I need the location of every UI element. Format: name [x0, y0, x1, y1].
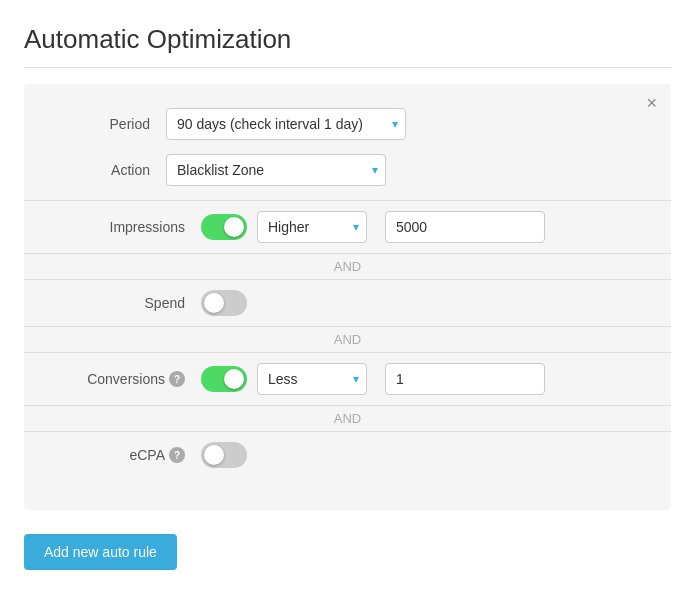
close-button[interactable]: × — [646, 94, 657, 112]
impressions-controls: Higher Less Equal — [257, 211, 545, 243]
impressions-value-input[interactable] — [385, 211, 545, 243]
ecpa-help-icon[interactable]: ? — [169, 447, 185, 463]
conversions-help-icon[interactable]: ? — [169, 371, 185, 387]
spend-row: Spend — [56, 280, 639, 326]
conversions-row: Conversions ? Less Higher Equal — [56, 353, 639, 405]
period-select-wrapper: 90 days (check interval 1 day) 30 days (… — [166, 108, 406, 140]
page-title: Automatic Optimization — [24, 24, 671, 68]
conversions-toggle-slider — [201, 366, 247, 392]
ecpa-label: eCPA ? — [56, 447, 201, 463]
impressions-condition-select[interactable]: Higher Less Equal — [257, 211, 367, 243]
conversions-controls: Less Higher Equal — [257, 363, 545, 395]
add-auto-rule-button[interactable]: Add new auto rule — [24, 534, 177, 570]
impressions-condition-wrapper: Higher Less Equal — [257, 211, 367, 243]
and-row-1: AND — [24, 253, 671, 280]
impressions-toggle-slider — [201, 214, 247, 240]
ecpa-toggle-slider — [201, 442, 247, 468]
conversions-condition-wrapper: Less Higher Equal — [257, 363, 367, 395]
period-row: Period 90 days (check interval 1 day) 30… — [56, 108, 639, 140]
action-select-wrapper: Blacklist Zone Whitelist Zone Pause Camp… — [166, 154, 386, 186]
impressions-row: Impressions Higher Less Equal — [56, 201, 639, 253]
conversions-toggle[interactable] — [201, 366, 247, 392]
and-row-2: AND — [24, 326, 671, 353]
action-row: Action Blacklist Zone Whitelist Zone Pau… — [56, 154, 639, 186]
spend-toggle[interactable] — [201, 290, 247, 316]
spend-toggle-slider — [201, 290, 247, 316]
action-select[interactable]: Blacklist Zone Whitelist Zone Pause Camp… — [166, 154, 386, 186]
conversions-value-input[interactable] — [385, 363, 545, 395]
impressions-label: Impressions — [56, 219, 201, 235]
optimization-card: × Period 90 days (check interval 1 day) … — [24, 84, 671, 510]
and-row-3: AND — [24, 405, 671, 432]
spend-label: Spend — [56, 295, 201, 311]
action-label: Action — [56, 162, 166, 178]
ecpa-toggle[interactable] — [201, 442, 247, 468]
period-label: Period — [56, 116, 166, 132]
period-select[interactable]: 90 days (check interval 1 day) 30 days (… — [166, 108, 406, 140]
conversions-label: Conversions ? — [56, 371, 201, 387]
impressions-toggle[interactable] — [201, 214, 247, 240]
ecpa-row: eCPA ? — [56, 432, 639, 478]
conversions-condition-select[interactable]: Less Higher Equal — [257, 363, 367, 395]
